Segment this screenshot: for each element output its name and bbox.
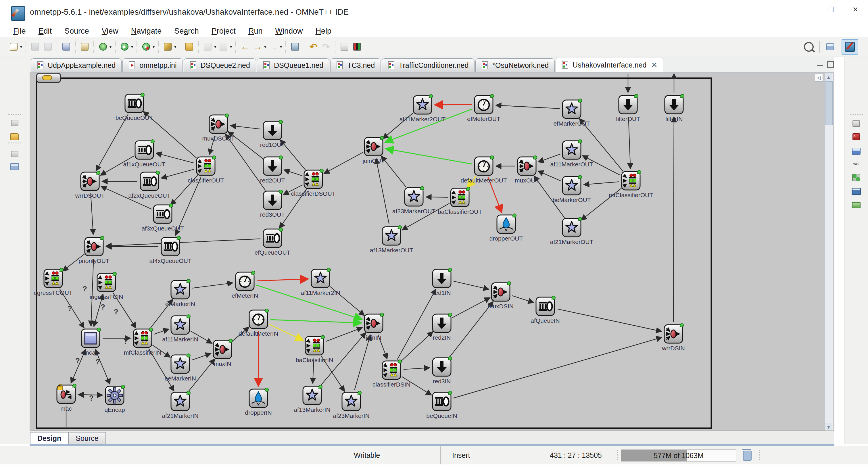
edge-baClassifierOUT-af13MarkerOUT[interactable] [402,204,450,230]
pin-editor-icon[interactable] [338,41,350,53]
node-af2xQueueOUT[interactable]: af2xQueueOUT [128,171,170,199]
import-wizard-icon[interactable] [183,41,195,53]
garbage-collect-icon[interactable] [743,450,752,461]
rail-handle[interactable] [8,143,21,145]
edge-baClassifierIN-joinIN[interactable] [326,327,362,341]
node-filterIN[interactable]: filterIN [665,94,684,122]
close-button[interactable]: × [843,2,867,17]
profile-icon[interactable]: ▶ [140,41,152,53]
new-wizard-icon[interactable] [7,41,20,53]
menu-help[interactable]: Help [309,26,338,36]
back-icon[interactable]: ← [239,41,251,53]
node-priorityOUT[interactable]: priorityOUT [79,236,110,264]
restore-pane-icon[interactable] [10,118,20,128]
edge-mfClassifierIN-af11MarkerIN[interactable] [154,329,169,334]
edge-efMarkerIN-efMeterIN[interactable] [192,283,233,288]
menu-run[interactable]: Run [242,26,269,36]
tab-close-icon[interactable]: ✕ [651,61,657,69]
console-view-icon[interactable] [851,187,861,196]
edge-red3OUT-muxDSOUT[interactable] [225,134,265,190]
menu-edit[interactable]: Edit [32,26,58,36]
print-icon[interactable] [60,41,72,53]
edge-efMeterOUT-af11Marker2OUT[interactable] [435,104,472,105]
run-icon[interactable]: ▶ [118,41,130,53]
dropdown-caret-icon[interactable]: ▾ [174,44,176,49]
tab-design[interactable]: Design [30,432,68,444]
node-red2OUT[interactable]: red2OUT [260,156,285,184]
debug-icon[interactable] [97,41,109,53]
node-red1IN[interactable]: red1IN [433,268,452,296]
edge-priorityOUT-encap[interactable] [91,259,94,326]
menu-source[interactable]: Source [58,26,95,36]
vertical-scrollbar[interactable]: ▲ ▼ [825,73,833,431]
node-defaultMeterOUT[interactable]: defaultMeterOUT [460,156,507,184]
maximize-button[interactable]: □ [818,2,843,17]
menu-file[interactable]: File [7,26,32,36]
ned-inheritance-icon[interactable] [851,173,861,182]
node-baClassifierOUT[interactable]: baClassifierOUT [438,187,482,215]
maximize-editor-icon[interactable] [826,60,834,67]
scrollbar-thumb[interactable] [825,81,833,125]
rail-handle[interactable] [850,114,863,117]
edge-wrrDSOUT-priorityOUT[interactable] [91,193,93,234]
menu-search[interactable]: Search [168,26,205,36]
edge-muxDSIN-afQueueIN[interactable] [512,296,534,303]
node-af23MarkerOUT[interactable]: af23MarkerOUT [392,187,436,214]
restore-pane2-icon[interactable] [10,150,20,159]
link-editor-icon[interactable] [289,41,301,53]
node-muxDSOUT[interactable]: muxDSOUT [202,114,235,142]
tab-TC3ned[interactable]: TC3.ned [330,58,381,72]
node-red3IN[interactable]: red3IN [433,356,452,384]
edge-mfClassifierOUT-beMarkerOUT[interactable] [584,182,619,185]
search-torch-icon[interactable] [161,41,174,53]
node-af11MarkerIN[interactable]: af11MarkerIN [162,315,198,343]
node-af4xQueueOUT[interactable]: af4xQueueOUT [149,236,191,264]
node-qEncap[interactable]: qEncap [104,384,126,413]
edge-defaultMeterIN-joinIN[interactable] [271,319,362,323]
node-beQueueOUT[interactable]: beQueueOUT [116,93,153,121]
ned-doc-icon[interactable] [79,41,91,53]
minimize-editor-icon[interactable] [816,60,825,67]
node-red1OUT[interactable]: red1OUT [260,120,285,148]
node-af3xQueueOUT[interactable]: af3xQueueOUT [142,204,184,231]
menu-window[interactable]: Window [269,26,309,36]
node-filterOUT[interactable]: filterOUT [616,94,640,122]
node-mfClassifierOUT[interactable]: mfClassifierOUT [609,170,653,198]
edge-classifierDSOUT-red2OUT[interactable] [284,170,302,176]
tab-OsuNetworkned[interactable]: *OsuNetwork.ned [475,58,555,72]
node-af13MarkerIN[interactable]: af13MarkerIN [294,385,330,413]
node-encap[interactable]: encap [81,328,101,356]
menu-view[interactable]: View [95,26,125,36]
node-af21MarkerOUT[interactable]: af21MarkerOUT [550,217,593,245]
restore-pane-icon[interactable] [851,119,861,128]
scroll-down-icon[interactable]: ▼ [825,423,832,431]
node-afQueueIN[interactable]: afQueueIN [531,296,560,324]
node-mfClassifierIN[interactable]: mfClassifierIN [124,328,161,356]
node-beMarkerIN[interactable]: beMarkerIN [164,354,196,382]
dropdown-caret-icon[interactable]: ▾ [110,44,112,49]
tab-UshakovaInterfacened[interactable]: UshakovaInterface.ned✕ [556,58,663,72]
edge-af23MarkerOUT-joinOUT[interactable] [381,156,406,187]
edge-efMeterIN-af11Marker2IN[interactable] [257,279,308,281]
dropdown-caret-icon[interactable]: ▾ [20,44,22,49]
ned-parameters-icon[interactable]: x=? [851,159,861,168]
edge-afQueueIN-wrrDSIN[interactable] [557,309,662,331]
node-af11Marker2IN[interactable]: af11Marker2IN [301,268,340,296]
edge-red1OUT-muxDSOUT[interactable] [230,126,261,129]
edge-baClassifierOUT-af23MarkerOUT[interactable] [426,197,448,197]
node-egressTCOUT[interactable]: egressTCOUT [34,268,73,296]
node-beQueueIN[interactable]: beQueueIN [426,391,457,419]
menu-project[interactable]: Project [205,26,242,36]
edge-af13MarkerOUT-joinOUT[interactable] [376,158,389,224]
edge-efMarkerOUT-efMeterOUT[interactable] [496,105,560,108]
node-joinIN[interactable]: joinIN [365,313,384,341]
edge-wrrDSIN-filterIN[interactable] [674,117,674,322]
rail-handle[interactable] [8,114,21,117]
node-defaultMeterIN[interactable]: defaultMeterIN [239,309,278,337]
undo-arrow-icon[interactable]: ↶ [307,41,319,53]
edge-defaultMeterOUT-joinOUT[interactable] [385,149,472,164]
edge-classifierDSIN-red3IN[interactable] [404,368,430,370]
edge-red2IN-muxDSIN[interactable] [453,298,490,318]
node-ingressTCIN[interactable]: ingressTCIN [90,272,123,300]
project-explorer-icon[interactable] [10,132,20,142]
